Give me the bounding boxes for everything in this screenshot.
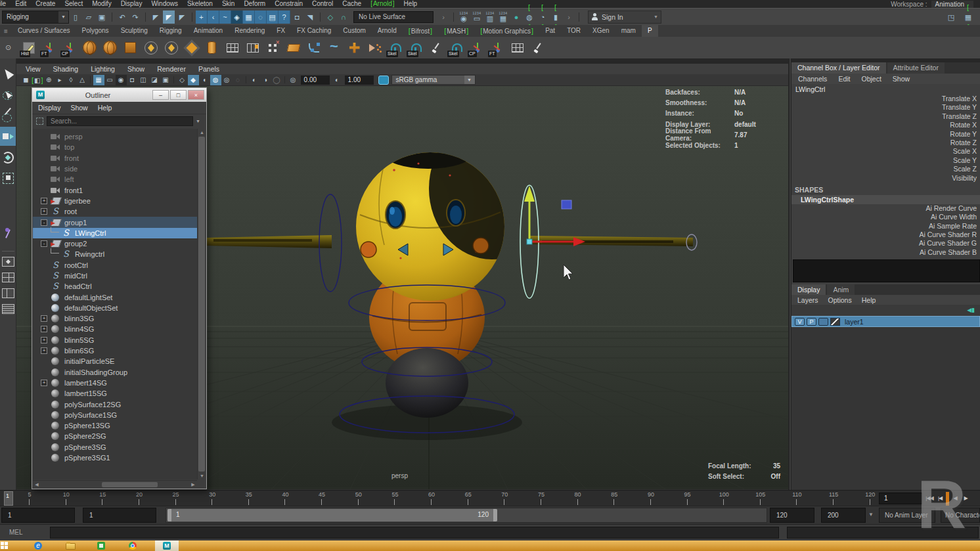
move-tool[interactable] xyxy=(0,127,16,146)
shelf-tab[interactable]: Arnold xyxy=(372,25,403,37)
undo-icon[interactable]: ↶ xyxy=(116,11,128,24)
select-by-component-icon[interactable]: ◤ xyxy=(176,11,188,24)
chevron-down-icon[interactable]: ▼ xyxy=(868,512,874,518)
layer-color-swatch[interactable] xyxy=(830,318,840,326)
panel-tab[interactable]: Attribute Editor xyxy=(887,62,945,74)
character-set-selector[interactable]: No Character Set xyxy=(941,508,980,523)
panel-tab[interactable]: Channel Box / Layer Editor xyxy=(791,62,886,74)
arnold-pause-icon[interactable]: ▮ xyxy=(550,11,562,24)
outliner-item[interactable]: Rwingctrl xyxy=(33,249,197,259)
channel-row[interactable]: Translate X xyxy=(791,95,980,103)
shelf-cp-joint-button[interactable]: CP xyxy=(60,39,78,57)
arnold-frame-icon[interactable]: ▦ xyxy=(962,11,974,24)
range-slider-track[interactable]: 1 120 xyxy=(166,508,767,523)
shelf-tab[interactable]: Pat xyxy=(539,25,561,37)
shelf-grid2-button[interactable] xyxy=(508,39,526,57)
shadows-icon[interactable]: ◎ xyxy=(221,75,233,85)
shelf-ft2-button[interactable]: FT xyxy=(488,39,506,57)
scrollbar-thumb[interactable] xyxy=(102,482,158,487)
outliner-item[interactable]: polySurface1SG xyxy=(33,410,197,420)
snap-center-icon[interactable]: ◈ xyxy=(231,11,243,24)
outliner-menu-item[interactable]: Show xyxy=(70,104,87,112)
outliner-item[interactable]: + blinn6SG xyxy=(33,345,197,356)
expand-toggle[interactable]: + xyxy=(41,337,47,343)
channel-row[interactable]: Scale X xyxy=(791,147,980,156)
menu-item[interactable]: Help xyxy=(399,0,422,8)
paint-select-tool[interactable] xyxy=(0,106,16,125)
mel-result-field[interactable] xyxy=(787,527,979,539)
outliner-menu-item[interactable]: Display xyxy=(38,104,60,112)
menu-set-selector[interactable]: Rigging ▼ xyxy=(2,11,69,24)
magnet-curve-icon[interactable]: ∩ xyxy=(338,11,349,24)
outliner-item[interactable]: headCtrl xyxy=(33,281,197,292)
shelf-tab[interactable]: FX Caching xyxy=(291,25,337,37)
scroll-down-icon[interactable]: ▼ xyxy=(198,472,206,479)
film-gate-icon[interactable]: ▭ xyxy=(104,75,116,85)
shelf-tab[interactable]: Custom xyxy=(337,25,371,37)
expand-toggle[interactable]: - xyxy=(41,219,47,226)
layout-two-pane-button[interactable] xyxy=(2,288,14,298)
shelf-cylinder-button[interactable] xyxy=(203,39,221,57)
chevron-icon[interactable]: › xyxy=(563,11,575,24)
grid-toggle-icon[interactable]: ▦ xyxy=(93,75,104,85)
channel-row[interactable]: Rotate Y xyxy=(791,130,980,139)
layer-move-icon[interactable]: ◀▮ xyxy=(967,307,975,313)
shelf-skel3-button[interactable]: Skel xyxy=(447,39,465,57)
snap-view-icon[interactable]: ▤ xyxy=(267,11,278,24)
maximize-button[interactable]: □ xyxy=(170,90,187,100)
exposure-field[interactable]: 0.00 xyxy=(301,76,330,85)
scale-tool[interactable] xyxy=(0,169,16,188)
camera-attributes-icon[interactable]: ◧ xyxy=(32,75,43,85)
snap-help-icon[interactable]: ? xyxy=(278,11,290,24)
chrome-icon[interactable] xyxy=(129,542,137,550)
display-layer-row[interactable]: V P layer1 xyxy=(791,316,980,327)
expand-toggle[interactable]: + xyxy=(41,347,47,354)
selected-node-name[interactable]: LWingCtrl xyxy=(791,84,980,95)
lasso-select-tool[interactable] xyxy=(0,85,16,104)
separator[interactable] xyxy=(244,75,249,85)
shelf-tab[interactable]: Motion Graphics xyxy=(474,25,539,37)
expand-toggle[interactable]: + xyxy=(41,208,47,215)
joint-xray-icon[interactable]: ◯ xyxy=(271,75,282,85)
playback-start-field[interactable]: 1 xyxy=(83,508,156,523)
separator[interactable] xyxy=(576,11,582,24)
shelf-tab[interactable]: Bifrost xyxy=(403,25,438,37)
outliner-item[interactable]: rootCtrl xyxy=(33,260,197,271)
shelf-sphere-button[interactable] xyxy=(81,39,99,57)
outliner-item[interactable]: - group2 xyxy=(33,238,197,249)
mel-input[interactable] xyxy=(50,527,779,539)
shelf-tab[interactable]: Rendering xyxy=(229,25,271,37)
shelf-cross-button[interactable] xyxy=(345,39,363,57)
filter-icon[interactable] xyxy=(36,118,43,125)
outliner-item[interactable]: midCtrl xyxy=(33,271,197,281)
shelf-brush-button[interactable] xyxy=(427,39,445,57)
shelf-tab[interactable]: Polygons xyxy=(76,25,114,37)
outliner-item[interactable]: lambert15SG xyxy=(33,388,197,399)
shelf-hist-button[interactable]: Hist xyxy=(20,39,37,57)
step-back-frame-button[interactable]: ◀| xyxy=(946,492,949,506)
layer-editor-tab[interactable]: Anim xyxy=(827,284,855,295)
occlusion-icon[interactable]: ◌ xyxy=(233,75,244,85)
outliner-item[interactable]: defaultObjectSet xyxy=(33,303,197,313)
channel-row[interactable]: Rotate Z xyxy=(791,139,980,147)
minimize-button[interactable]: – xyxy=(152,90,169,100)
outliner-item[interactable]: left xyxy=(33,174,197,185)
panel-menu-item[interactable]: Shading xyxy=(53,65,79,73)
outliner-item[interactable]: + blinn4SG xyxy=(33,324,197,334)
outliner-item[interactable]: LWingCtrl xyxy=(33,228,197,238)
separator[interactable] xyxy=(317,11,323,24)
start-button-icon[interactable] xyxy=(1,542,8,549)
soft-modification-tool[interactable] xyxy=(0,226,16,245)
channel-row[interactable]: Ai Sample Rate xyxy=(791,222,980,231)
shelf-smooth2-button[interactable] xyxy=(162,39,180,57)
safe-action-icon[interactable]: ◪ xyxy=(149,75,160,85)
shelf-menu-icon[interactable]: ≡ xyxy=(0,28,12,35)
scrollbar-thumb[interactable] xyxy=(198,137,205,472)
current-time-field[interactable]: 1 xyxy=(879,493,922,504)
gate-mask-icon[interactable]: ◘ xyxy=(127,75,138,85)
channel-box-menu-item[interactable]: Channels xyxy=(798,75,827,83)
outliner-item[interactable]: pSphere3SG xyxy=(33,442,197,452)
play-backward-button[interactable]: ◀ xyxy=(950,493,960,504)
outliner-titlebar[interactable]: M Outliner – □ × xyxy=(32,88,206,102)
render-settings-icon[interactable]: 1234▦ xyxy=(497,11,509,24)
